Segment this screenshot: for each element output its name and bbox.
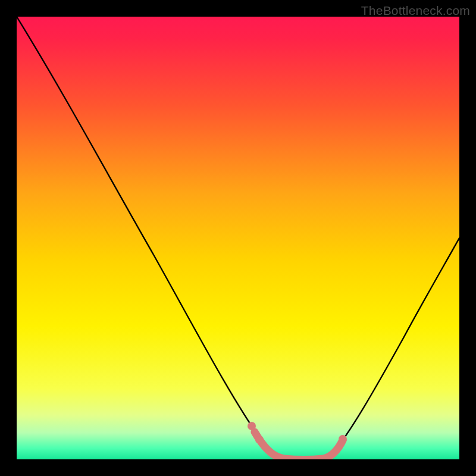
heat-gradient-background [17,17,459,459]
chart-frame [17,17,459,459]
svg-rect-0 [17,17,459,459]
watermark-text: TheBottleneck.com [361,4,470,18]
